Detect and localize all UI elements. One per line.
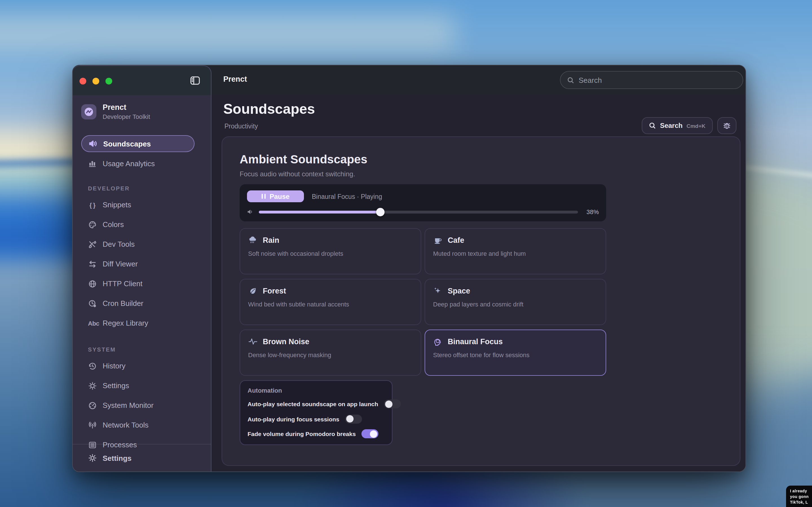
video-caption-overlay: I already you gonn TikTok, L [786,485,812,507]
sidebar-item-snippets[interactable]: { } Snippets [81,195,202,215]
sidebar-item-history[interactable]: History [81,356,202,376]
soundscape-card-cafe[interactable]: Cafe Muted room texture and light hum [424,228,606,274]
sidebar-item-regex-library[interactable]: Abc Regex Library [81,313,202,333]
sidebar-item-colors[interactable]: Colors [81,215,202,234]
volume-fill [259,211,380,213]
sidebar-developer-list: { } Snippets Colors Dev Tools Diff Viewe… [81,195,202,333]
gauge-icon [88,401,97,410]
soundscape-card-brown-noise[interactable]: Brown Noise Dense low-frequency masking [240,330,421,376]
sidebar-item-label: Soundscapes [103,139,151,148]
sidebar-content: Prenct Developer Toolkit Soundscapes Usa… [73,103,211,455]
volume-icon [247,209,254,215]
panel-subtitle: Focus audio without context switching. [240,170,355,178]
autoplay-focus-toggle[interactable] [345,414,362,424]
palette-icon [88,220,97,229]
toolbar-search-input[interactable] [578,76,736,84]
zoom-button[interactable] [105,77,112,84]
automation-row: Auto-play selected soundscape on app lau… [248,399,385,409]
soundscape-grid: Rain Soft noise with occasional droplets… [240,228,606,376]
toolbar-search-field[interactable] [560,71,743,89]
app-subtitle: Developer Toolkit [103,113,150,121]
sidebar-item-label: Usage Analytics [103,159,155,168]
app-window: Prenct [72,65,746,472]
app-logo-icon [81,104,96,119]
ambient-soundscapes-panel: Ambient Soundscapes Focus audio without … [221,136,741,466]
automation-title: Automation [248,387,385,394]
clock-icon [88,299,97,308]
close-button[interactable] [80,77,86,84]
app-identity: Prenct Developer Toolkit [81,103,202,121]
volume-percent: 38% [583,209,599,215]
soundscape-card-space[interactable]: Space Deep pad layers and cosmic drift [424,279,606,325]
player-card: Pause Binaural Focus · Playing [240,184,606,221]
sparkles-icon [433,286,443,296]
pause-icon [261,194,266,199]
soundscape-card-forest[interactable]: Forest Wind bed with subtle natural acce… [240,279,421,325]
sidebar-section-system: SYSTEM [88,346,202,353]
page-subtitle: Productivity [224,123,258,129]
screen: Prenct [0,0,812,507]
sidebar-item-system-monitor[interactable]: System Monitor [81,395,202,415]
minimize-button[interactable] [93,77,99,84]
traffic-lights [80,77,112,84]
pause-button[interactable]: Pause [247,190,304,202]
main-content: Soundscapes Productivity Search Cmd+K Am… [211,95,746,471]
header-controls: Search Cmd+K [642,117,737,134]
rain-cloud-icon [248,235,258,245]
search-icon [567,76,574,83]
antenna-icon [88,420,97,430]
automation-row: Fade volume during Pomodoro breaks [248,429,385,439]
debug-button[interactable] [717,117,737,134]
brain-head-icon [433,337,443,346]
sidebar-item-dev-tools[interactable]: Dev Tools [81,234,202,254]
page-title: Soundscapes [223,101,315,117]
sidebar-system-list: History Settings System Monitor Network … [81,356,202,455]
sidebar: Prenct Developer Toolkit Soundscapes Usa… [73,65,211,471]
autoplay-launch-toggle[interactable] [384,399,401,408]
now-playing-status: Binaural Focus · Playing [312,193,382,200]
history-icon [88,361,97,371]
sidebar-item-soundscapes[interactable]: Soundscapes [81,135,195,152]
sidebar-item-usage-analytics[interactable]: Usage Analytics [81,155,202,172]
search-shortcut-hint: Cmd+K [687,122,705,129]
globe-icon [88,279,97,288]
automation-row: Auto-play during focus sessions [248,414,385,424]
footer-settings-label: Settings [103,454,132,462]
sidebar-section-developer: DEVELOPER [88,185,202,191]
app-name: Prenct [103,103,150,113]
bar-chart-icon [88,159,97,168]
sidebar-item-cron-builder[interactable]: Cron Builder [81,293,202,313]
abc-icon: Abc [88,320,97,327]
page-search-button[interactable]: Search Cmd+K [642,117,713,134]
braces-icon: { } [88,202,97,208]
panel-title: Ambient Soundscapes [240,153,367,166]
gear-icon [88,381,97,390]
coffee-cup-icon [433,235,443,245]
speaker-icon [89,139,98,148]
automation-panel: Automation Auto-play selected soundscape… [240,380,393,445]
toolbar-app-title: Prenct [223,75,247,83]
sidebar-item-http-client[interactable]: HTTP Client [81,274,202,293]
sidebar-toggle-icon[interactable] [190,75,201,86]
sidebar-item-diff-viewer[interactable]: Diff Viewer [81,254,202,274]
soundscape-card-rain[interactable]: Rain Soft noise with occasional droplets [240,228,421,274]
waveform-icon [248,337,258,346]
sidebar-item-network-tools[interactable]: Network Tools [81,415,202,435]
sidebar-footer-settings[interactable]: Settings [73,444,211,471]
leaf-icon [248,286,258,296]
volume-thumb[interactable] [376,208,385,216]
soundscape-card-binaural-focus[interactable]: Binaural Focus Stereo offset tone for fl… [424,330,606,376]
bug-icon [722,121,731,130]
search-icon [649,122,656,129]
tools-icon [88,240,97,249]
sidebar-titlebar [73,66,211,95]
gear-icon [88,453,97,462]
sidebar-item-settings[interactable]: Settings [81,376,202,395]
fade-pomodoro-toggle[interactable] [361,429,378,438]
diff-arrows-icon [88,260,97,269]
search-button-label: Search [660,122,682,129]
volume-slider[interactable] [259,208,578,216]
